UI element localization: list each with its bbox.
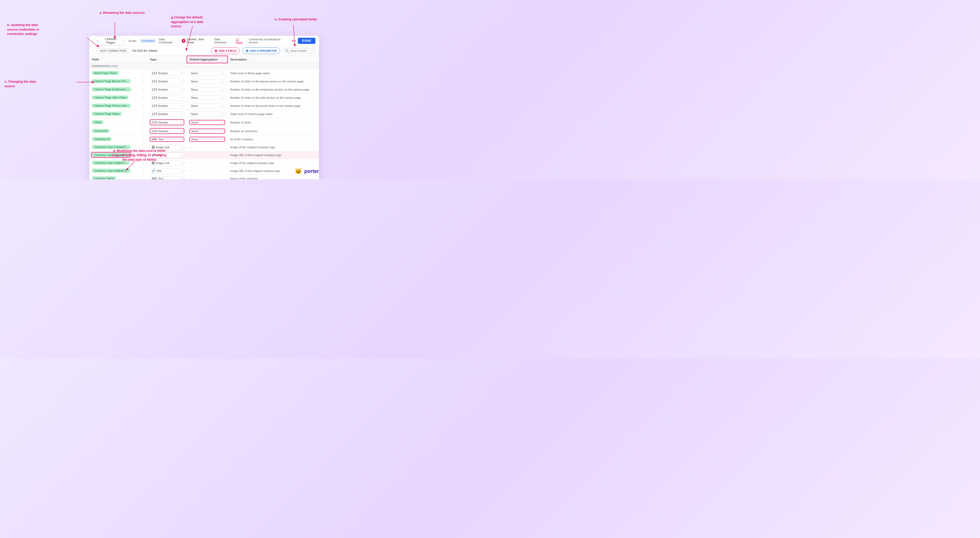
porter-brand-name: porter <box>304 168 319 174</box>
type-select[interactable]: 123Number▾ <box>150 119 184 125</box>
drag-handle[interactable]: ⋮ <box>142 121 145 124</box>
field-name: Careers Page Jobs Clicks <box>92 95 128 100</box>
agg-select[interactable]: None▾ <box>189 103 225 108</box>
add-parameter-button[interactable]: ⊕ ADD A PARAMETER <box>242 48 280 54</box>
cred-name: Daniela , from Porter <box>186 38 212 44</box>
field-name: Company Logo Original U... <box>92 168 130 173</box>
drag-handle[interactable]: ⋮ <box>142 145 145 149</box>
porter-logo: 🐱 porter <box>294 168 319 175</box>
drag-handle[interactable]: ⋮ <box>142 104 145 108</box>
type-select[interactable]: ABCText▾ <box>150 137 184 142</box>
type-select[interactable]: 123Number▾ <box>150 70 184 76</box>
col-header-type: Type↕ <box>147 56 187 63</box>
drag-handle[interactable]: ⋮ <box>142 177 145 179</box>
annotation-c: c. Changing the datasource <box>5 79 36 89</box>
annotation-e: e. Creating calculated fields <box>275 17 317 22</box>
back-button[interactable]: ← LinkedIn Pages <box>93 36 124 45</box>
datasource-name: LinkedIn Pages <box>100 37 121 44</box>
drag-handle[interactable]: ⋮ <box>142 138 145 141</box>
freshness-value[interactable]: 12 hours <box>236 38 246 44</box>
main-panel: ← LinkedIn Pages Scope: Embedded Data cr… <box>89 36 319 179</box>
fields-table-area: Field↕ Type↕ Default Aggregation↕ Descri… <box>89 56 319 179</box>
drag-handle[interactable]: ⋮ <box>142 129 145 133</box>
search-fields-wrap: 🔍 <box>283 48 315 54</box>
field-description: Number of clicks on the promo links on t… <box>230 104 301 107</box>
toolbar: ← EDIT CONNECTION FILTER BY EMAIL ⊕ ADD … <box>89 46 319 56</box>
table-row: Company Logo Cropped ... ⋮ 🔗URL▾ — Image… <box>89 151 319 159</box>
annotation-b: b. Updating the datasource credentials o… <box>7 23 39 37</box>
field-description: Number of clicks on the jobs section on … <box>230 96 302 99</box>
add-field-button[interactable]: ⊕ ADD A FIELD <box>211 48 240 54</box>
done-button[interactable]: DONE <box>298 38 315 44</box>
type-select[interactable]: 123Number▾ <box>150 79 184 84</box>
field-description: Number of clicks. <box>230 121 251 124</box>
type-select[interactable]: 🖼Image Link▾ <box>150 160 184 165</box>
scope-badge: Embedded <box>140 39 156 43</box>
field-name: Comments <box>92 129 110 133</box>
type-select[interactable]: 🔗URL▾ <box>150 168 184 173</box>
field-description: Total count of About page views. <box>230 72 270 75</box>
field-name: Clicks <box>92 120 103 124</box>
community-value: On <box>292 39 296 42</box>
field-description: Number of comments. <box>230 130 258 133</box>
table-row: Company Logo Original I... ⋮ 🖼Image Link… <box>89 159 319 167</box>
scope-label: Scope: <box>128 39 137 42</box>
agg-select[interactable]: None▾ <box>189 112 225 116</box>
type-select[interactable]: 123Number▾ <box>150 87 184 92</box>
search-fields-input[interactable] <box>290 49 313 52</box>
fields-table: Field↕ Type↕ Default Aggregation↕ Descri… <box>89 56 319 179</box>
field-description: Image of the cropped company logo <box>230 146 275 149</box>
drag-handle[interactable]: ⋮ <box>142 161 145 165</box>
search-icon: 🔍 <box>285 49 289 52</box>
edit-connection-button[interactable]: ← EDIT CONNECTION <box>93 48 130 53</box>
agg-select[interactable]: None▾ <box>189 120 225 125</box>
field-name: Company ID <box>92 137 111 141</box>
no-agg: — <box>189 146 192 149</box>
type-select[interactable]: ABCText▾ <box>150 176 184 179</box>
type-select[interactable]: 123Number▾ <box>150 103 184 108</box>
drag-handle[interactable]: ⋮ <box>142 169 145 173</box>
table-row: Careers Page Views ⋮ 123Number▾ None▾ To… <box>89 110 319 118</box>
field-description: Total count of Careers page views. <box>230 113 273 116</box>
drag-handle[interactable]: ⋮ <box>142 88 145 91</box>
drag-handle[interactable]: ⋮ <box>142 96 145 100</box>
agg-select[interactable]: None▾ <box>189 137 225 142</box>
field-name: Company Logo Cropped ... <box>92 153 130 157</box>
drag-handle[interactable]: ⋮ <box>142 112 145 116</box>
field-name: Careers Page Views <box>92 112 121 116</box>
type-select[interactable]: 123Number▾ <box>150 111 184 117</box>
col-header-field: Field↕ <box>89 56 139 63</box>
type-select[interactable]: 🖼Image Link▾ <box>150 144 184 150</box>
table-row: Company ID ⋮ ABCText▾ None▾ ID of the co… <box>89 135 319 143</box>
top-bar: ← LinkedIn Pages Scope: Embedded Data cr… <box>89 36 319 46</box>
table-row: Careers Page Employees ... ⋮ 123Number▾ … <box>89 86 319 94</box>
type-select[interactable]: 123Number▾ <box>150 128 184 134</box>
field-description: Image URL of the original company logo <box>230 170 280 173</box>
agg-select[interactable]: None▾ <box>189 79 225 84</box>
freshness-label: Data freshness: <box>214 38 233 44</box>
type-select[interactable]: 🔗URL▾ <box>150 152 184 158</box>
data-cred-label: Data credentials: <box>159 38 179 44</box>
add-param-icon: ⊕ <box>245 49 248 53</box>
col-header-drag <box>139 56 147 63</box>
table-row: Careers Page Banner Pro... ⋮ 123Number▾ … <box>89 77 319 86</box>
drag-handle[interactable]: ⋮ <box>142 153 145 157</box>
field-name: Careers Page Employees ... <box>92 87 131 91</box>
filter-by-email-label: FILTER BY EMAIL <box>132 49 158 52</box>
field-name: Company Logo Cropped I... <box>92 145 130 149</box>
drag-handle[interactable]: ⋮ <box>142 79 145 83</box>
field-name: Company Name <box>92 176 116 179</box>
drag-handle[interactable]: ⋮ <box>142 71 145 75</box>
field-description: Name of the company <box>230 177 258 179</box>
field-description: Number of clicks on the employees sectio… <box>230 88 310 91</box>
table-row: About Page Views ⋮ 123Number▾ None▾ Tota… <box>89 69 319 77</box>
agg-select[interactable]: None▾ <box>189 87 225 92</box>
type-select[interactable]: 123Number▾ <box>150 95 184 100</box>
agg-select[interactable]: None▾ <box>189 95 225 100</box>
agg-select[interactable]: None▾ <box>189 71 225 76</box>
field-name: About Page Views <box>92 71 119 75</box>
back-arrow-icon: ← <box>96 39 99 43</box>
type-icon: 123 <box>151 71 157 75</box>
no-agg: — <box>189 170 192 173</box>
agg-select[interactable]: None▾ <box>189 129 225 134</box>
